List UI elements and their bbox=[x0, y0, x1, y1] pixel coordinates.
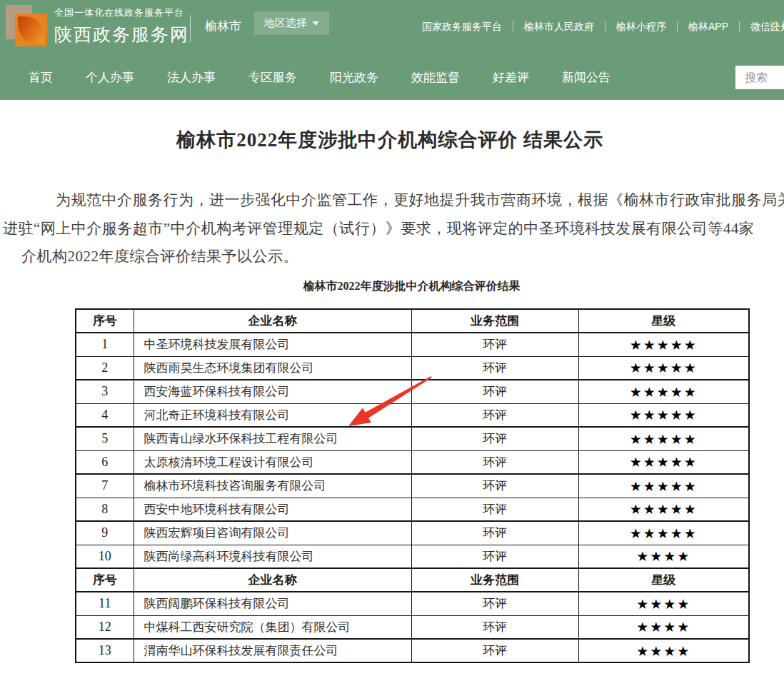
table-header-row-repeat: 序号 企业名称 业务范围 星级 bbox=[76, 568, 749, 592]
site-name: 陕西政务服务网 bbox=[54, 23, 189, 46]
cell-scope: 环评 bbox=[411, 474, 578, 498]
chevron-down-icon bbox=[312, 21, 319, 26]
cell-no: 1 bbox=[76, 333, 134, 356]
col-header-scope: 业务范围 bbox=[411, 309, 578, 333]
cell-star-rating: ★★★★ bbox=[578, 545, 749, 568]
cell-star-rating: ★★★★ bbox=[578, 592, 749, 615]
nav-item-open-government[interactable]: 阳光政务 bbox=[330, 69, 378, 86]
col-header-name: 企业名称 bbox=[134, 309, 411, 333]
current-city-label: 榆林市 bbox=[205, 18, 241, 34]
main-navigation-bar: 首页 个人办事 法人办事 专区服务 阳光政务 效能监督 好差评 新闻公告 bbox=[0, 54, 784, 100]
cell-company-name: 陕西阔鹏环保科技有限公司 bbox=[134, 592, 411, 615]
header-vertical-divider bbox=[190, 15, 191, 42]
cell-scope: 环评 bbox=[411, 639, 578, 662]
table-row: 5 陕西青山绿水环保科技工程有限公司 环评 ★★★★★ bbox=[76, 427, 749, 450]
col-header-name: 企业名称 bbox=[134, 568, 411, 592]
table-row: 2 陕西雨昊生态环境集团有限公司 环评 ★★★★★ bbox=[76, 356, 749, 380]
region-select-label: 地区选择 bbox=[264, 16, 307, 30]
col-header-no: 序号 bbox=[76, 309, 134, 333]
table-row: 3 西安海蓝环保科技有限公司 环评 ★★★★★ bbox=[76, 380, 749, 403]
cell-no: 12 bbox=[76, 615, 134, 639]
cell-no: 3 bbox=[76, 380, 134, 403]
page-title: 榆林市2022年度涉批中介机构综合评价 结果公示 bbox=[0, 127, 780, 153]
cell-scope: 环评 bbox=[411, 592, 578, 615]
cell-company-name: 陕西尚绿高科环境科技有限公司 bbox=[134, 545, 411, 568]
cell-scope: 环评 bbox=[411, 521, 578, 545]
nav-item-home[interactable]: 首页 bbox=[29, 69, 53, 86]
nav-item-rating[interactable]: 好差评 bbox=[493, 69, 529, 86]
cell-star-rating: ★★★★★ bbox=[578, 427, 749, 450]
cell-star-rating: ★★★★ bbox=[578, 615, 749, 639]
cell-no: 7 bbox=[76, 474, 134, 498]
search-input[interactable] bbox=[735, 66, 784, 89]
link-yulin-app[interactable]: 榆林APP bbox=[678, 21, 739, 34]
cell-scope: 环评 bbox=[411, 380, 578, 403]
register-link[interactable]: 注册 bbox=[770, 20, 784, 34]
nav-item-efficiency-supervision[interactable]: 效能监督 bbox=[411, 69, 460, 86]
nav-item-news[interactable]: 新闻公告 bbox=[562, 69, 610, 86]
cell-scope: 环评 bbox=[411, 333, 578, 356]
cell-star-rating: ★★★★★ bbox=[578, 521, 749, 545]
cell-scope: 环评 bbox=[411, 450, 578, 474]
cell-company-name: 太原核清环境工程设计有限公司 bbox=[134, 450, 411, 474]
page: { "header": { "platform_label": "全国一体化在线… bbox=[0, 0, 784, 676]
cell-no: 2 bbox=[76, 356, 134, 380]
cell-scope: 环评 bbox=[411, 498, 578, 521]
evaluation-results-table: 序号 企业名称 业务范围 星级 1 中圣环境科技发展有限公司 环评 ★★★★★ … bbox=[75, 308, 750, 663]
cell-no: 13 bbox=[76, 639, 134, 662]
cell-scope: 环评 bbox=[411, 615, 578, 639]
cell-company-name: 河北奇正环境科技有限公司 bbox=[134, 403, 411, 427]
cell-star-rating: ★★★★★ bbox=[578, 380, 749, 403]
cell-company-name: 陕西青山绿水环保科技工程有限公司 bbox=[134, 427, 411, 450]
table-row: 9 陕西宏辉项目咨询有限公司 环评 ★★★★★ bbox=[76, 521, 749, 545]
table-row: 7 榆林市环境科技咨询服务有限公司 环评 ★★★★★ bbox=[76, 474, 749, 498]
cell-star-rating: ★★★★ bbox=[578, 639, 749, 662]
site-identity: 全国一体化在线政务服务平台 陕西政务服务网 bbox=[54, 6, 189, 46]
table-row: 6 太原核清环境工程设计有限公司 环评 ★★★★★ bbox=[76, 450, 749, 474]
paragraph-line-2: 进驻“网上中介服务超市”中介机构考评管理规定（试行）》要求，现将评定的中圣环境科… bbox=[3, 218, 754, 238]
table-row: 10 陕西尚绿高科环境科技有限公司 环评 ★★★★ bbox=[76, 545, 749, 568]
table-row: 8 西安中地环境科技有限公司 环评 ★★★★★ bbox=[76, 498, 749, 521]
platform-label: 全国一体化在线政务服务平台 bbox=[54, 6, 189, 19]
cell-scope: 环评 bbox=[411, 403, 578, 427]
table-caption: 榆林市2022年度涉批中介机构综合评价结果 bbox=[75, 279, 748, 294]
cell-company-name: 陕西宏辉项目咨询有限公司 bbox=[134, 521, 411, 545]
cell-no: 6 bbox=[76, 450, 134, 474]
col-header-stars: 星级 bbox=[578, 309, 749, 333]
cell-scope: 环评 bbox=[411, 545, 578, 568]
table-row: 1 中圣环境科技发展有限公司 环评 ★★★★★ bbox=[76, 333, 749, 356]
cell-company-name: 中圣环境科技发展有限公司 bbox=[134, 333, 411, 356]
cell-company-name: 陕西雨昊生态环境集团有限公司 bbox=[134, 356, 411, 380]
link-national-platform[interactable]: 国家政务服务平台 bbox=[411, 21, 513, 34]
link-yulin-miniprogram[interactable]: 榆林小程序 bbox=[605, 21, 677, 34]
table-header-row: 序号 企业名称 业务范围 星级 bbox=[76, 309, 749, 333]
cell-star-rating: ★★★★★ bbox=[578, 356, 749, 380]
cell-no: 8 bbox=[76, 498, 134, 521]
link-yulin-government[interactable]: 榆林市人民政府 bbox=[513, 21, 605, 34]
table-row-highlighted-by-arrow: 4 河北奇正环境科技有限公司 环评 ★★★★★ bbox=[76, 403, 749, 427]
cell-no: 9 bbox=[76, 521, 134, 545]
table-row: 13 渭南华山环保科技发展有限责任公司 环评 ★★★★ bbox=[76, 639, 749, 662]
site-logo-icon bbox=[6, 5, 47, 46]
cell-star-rating: ★★★★★ bbox=[578, 450, 749, 474]
cell-company-name: 渭南华山环保科技发展有限责任公司 bbox=[134, 639, 411, 662]
cell-company-name: 西安海蓝环保科技有限公司 bbox=[134, 380, 411, 403]
nav-item-legal-person[interactable]: 法人办事 bbox=[167, 69, 216, 86]
cell-no: 5 bbox=[76, 427, 134, 450]
cell-star-rating: ★★★★★ bbox=[578, 498, 749, 521]
cell-company-name: 中煤科工西安研究院（集团）有限公司 bbox=[134, 615, 411, 639]
header-links: 国家政务服务平台 榆林市人民政府 榆林小程序 榆林APP 微信公众号 bbox=[411, 0, 784, 54]
nav-items: 首页 个人办事 法人办事 专区服务 阳光政务 效能监督 好差评 新闻公告 bbox=[29, 54, 610, 101]
cell-scope: 环评 bbox=[411, 427, 578, 450]
nav-item-personal[interactable]: 个人办事 bbox=[86, 69, 134, 86]
col-header-no: 序号 bbox=[76, 568, 134, 592]
cell-no: 11 bbox=[76, 592, 134, 615]
nav-item-zone-services[interactable]: 专区服务 bbox=[248, 69, 297, 86]
paragraph-line-1: 为规范中介服务行为，进一步强化中介监管工作，更好地提升我市营商环境，根据《榆林市… bbox=[56, 190, 784, 210]
cell-star-rating: ★★★★★ bbox=[578, 403, 749, 427]
top-header-bar: 全国一体化在线政务服务平台 陕西政务服务网 榆林市 地区选择 国家政务服务平台 … bbox=[0, 0, 784, 54]
table-row: 12 中煤科工西安研究院（集团）有限公司 环评 ★★★★ bbox=[76, 615, 749, 639]
col-header-scope: 业务范围 bbox=[411, 568, 578, 592]
col-header-stars: 星级 bbox=[578, 568, 749, 592]
region-select-button[interactable]: 地区选择 bbox=[254, 11, 329, 35]
